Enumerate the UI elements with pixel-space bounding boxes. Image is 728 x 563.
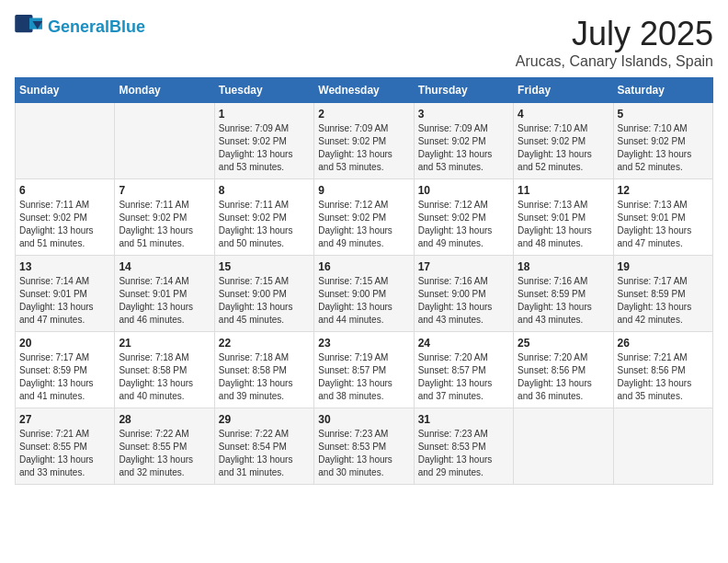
day-number: 29 xyxy=(219,413,310,426)
calendar-cell: 11Sunrise: 7:13 AMSunset: 9:01 PMDayligh… xyxy=(514,179,613,256)
day-info: Sunrise: 7:16 AMSunset: 9:00 PMDaylight:… xyxy=(418,275,509,327)
day-number: 11 xyxy=(518,184,609,197)
day-info: Sunrise: 7:09 AMSunset: 9:02 PMDaylight:… xyxy=(318,122,409,174)
day-number: 3 xyxy=(418,108,509,121)
day-number: 10 xyxy=(418,184,509,197)
calendar-cell xyxy=(514,408,613,485)
day-number: 17 xyxy=(418,260,509,273)
title-block: July 2025 Arucas, Canary Islands, Spain xyxy=(516,15,713,70)
day-info: Sunrise: 7:21 AMSunset: 8:56 PMDaylight:… xyxy=(618,351,709,403)
day-number: 7 xyxy=(119,184,210,197)
calendar-cell: 3Sunrise: 7:09 AMSunset: 9:02 PMDaylight… xyxy=(414,103,513,179)
day-number: 31 xyxy=(418,413,509,426)
calendar-week-4: 20Sunrise: 7:17 AMSunset: 8:59 PMDayligh… xyxy=(16,332,713,408)
day-number: 23 xyxy=(318,337,409,350)
day-number: 18 xyxy=(518,260,609,273)
day-info: Sunrise: 7:20 AMSunset: 8:57 PMDaylight:… xyxy=(418,351,509,403)
calendar-cell: 31Sunrise: 7:23 AMSunset: 8:53 PMDayligh… xyxy=(414,408,513,485)
calendar-cell: 14Sunrise: 7:14 AMSunset: 9:01 PMDayligh… xyxy=(115,256,214,332)
logo-icon xyxy=(15,15,44,40)
calendar-cell: 6Sunrise: 7:11 AMSunset: 9:02 PMDaylight… xyxy=(16,179,115,256)
calendar-cell: 23Sunrise: 7:19 AMSunset: 8:57 PMDayligh… xyxy=(314,332,414,408)
day-info: Sunrise: 7:22 AMSunset: 8:54 PMDaylight:… xyxy=(219,428,310,479)
day-info: Sunrise: 7:23 AMSunset: 8:53 PMDaylight:… xyxy=(418,428,509,479)
day-info: Sunrise: 7:18 AMSunset: 8:58 PMDaylight:… xyxy=(219,351,310,403)
calendar-cell: 2Sunrise: 7:09 AMSunset: 9:02 PMDaylight… xyxy=(314,103,414,179)
day-info: Sunrise: 7:22 AMSunset: 8:55 PMDaylight:… xyxy=(119,428,210,479)
day-info: Sunrise: 7:12 AMSunset: 9:02 PMDaylight:… xyxy=(318,199,409,250)
day-number: 20 xyxy=(19,337,110,350)
header-cell-thursday: Thursday xyxy=(414,78,513,103)
day-info: Sunrise: 7:12 AMSunset: 9:02 PMDaylight:… xyxy=(418,199,509,250)
calendar-cell: 21Sunrise: 7:18 AMSunset: 8:58 PMDayligh… xyxy=(115,332,214,408)
day-info: Sunrise: 7:16 AMSunset: 8:59 PMDaylight:… xyxy=(518,275,609,327)
day-number: 16 xyxy=(318,260,409,273)
header-row: SundayMondayTuesdayWednesdayThursdayFrid… xyxy=(16,78,713,103)
calendar-title: July 2025 xyxy=(516,15,713,53)
day-info: Sunrise: 7:11 AMSunset: 9:02 PMDaylight:… xyxy=(19,199,110,250)
calendar-cell: 13Sunrise: 7:14 AMSunset: 9:01 PMDayligh… xyxy=(16,256,115,332)
calendar-cell xyxy=(613,408,712,485)
day-number: 30 xyxy=(318,413,409,426)
calendar-cell: 9Sunrise: 7:12 AMSunset: 9:02 PMDaylight… xyxy=(314,179,414,256)
day-info: Sunrise: 7:18 AMSunset: 8:58 PMDaylight:… xyxy=(119,351,210,403)
day-info: Sunrise: 7:11 AMSunset: 9:02 PMDaylight:… xyxy=(119,199,210,250)
day-info: Sunrise: 7:11 AMSunset: 9:02 PMDaylight:… xyxy=(219,199,310,250)
day-number: 25 xyxy=(518,337,609,350)
calendar-cell: 12Sunrise: 7:13 AMSunset: 9:01 PMDayligh… xyxy=(613,179,712,256)
day-number: 14 xyxy=(119,260,210,273)
calendar-cell xyxy=(16,103,115,179)
calendar-table: SundayMondayTuesdayWednesdayThursdayFrid… xyxy=(15,77,713,485)
calendar-cell: 5Sunrise: 7:10 AMSunset: 9:02 PMDaylight… xyxy=(613,103,712,179)
calendar-cell: 27Sunrise: 7:21 AMSunset: 8:55 PMDayligh… xyxy=(16,408,115,485)
day-number: 26 xyxy=(618,337,709,350)
day-info: Sunrise: 7:17 AMSunset: 8:59 PMDaylight:… xyxy=(19,351,110,403)
day-number: 1 xyxy=(219,108,310,121)
day-number: 21 xyxy=(119,337,210,350)
calendar-cell: 18Sunrise: 7:16 AMSunset: 8:59 PMDayligh… xyxy=(514,256,613,332)
calendar-cell: 25Sunrise: 7:20 AMSunset: 8:56 PMDayligh… xyxy=(514,332,613,408)
day-number: 13 xyxy=(19,260,110,273)
calendar-cell: 1Sunrise: 7:09 AMSunset: 9:02 PMDaylight… xyxy=(214,103,313,179)
page-header: GeneralBlue July 2025 Arucas, Canary Isl… xyxy=(15,15,713,70)
header-cell-sunday: Sunday xyxy=(16,78,115,103)
calendar-cell: 30Sunrise: 7:23 AMSunset: 8:53 PMDayligh… xyxy=(314,408,414,485)
calendar-cell: 16Sunrise: 7:15 AMSunset: 9:00 PMDayligh… xyxy=(314,256,414,332)
calendar-cell: 28Sunrise: 7:22 AMSunset: 8:55 PMDayligh… xyxy=(115,408,214,485)
day-number: 24 xyxy=(418,337,509,350)
day-number: 15 xyxy=(219,260,310,273)
day-number: 4 xyxy=(518,108,609,121)
day-number: 19 xyxy=(618,260,709,273)
calendar-cell: 15Sunrise: 7:15 AMSunset: 9:00 PMDayligh… xyxy=(214,256,313,332)
day-number: 6 xyxy=(19,184,110,197)
day-info: Sunrise: 7:15 AMSunset: 9:00 PMDaylight:… xyxy=(219,275,310,327)
day-info: Sunrise: 7:20 AMSunset: 8:56 PMDaylight:… xyxy=(518,351,609,403)
day-info: Sunrise: 7:19 AMSunset: 8:57 PMDaylight:… xyxy=(318,351,409,403)
calendar-cell: 19Sunrise: 7:17 AMSunset: 8:59 PMDayligh… xyxy=(613,256,712,332)
day-info: Sunrise: 7:10 AMSunset: 9:02 PMDaylight:… xyxy=(518,122,609,174)
calendar-cell: 4Sunrise: 7:10 AMSunset: 9:02 PMDaylight… xyxy=(514,103,613,179)
day-number: 27 xyxy=(19,413,110,426)
calendar-week-3: 13Sunrise: 7:14 AMSunset: 9:01 PMDayligh… xyxy=(16,256,713,332)
header-cell-tuesday: Tuesday xyxy=(214,78,313,103)
calendar-subtitle: Arucas, Canary Islands, Spain xyxy=(516,53,713,70)
calendar-cell: 22Sunrise: 7:18 AMSunset: 8:58 PMDayligh… xyxy=(214,332,313,408)
calendar-week-1: 1Sunrise: 7:09 AMSunset: 9:02 PMDaylight… xyxy=(16,103,713,179)
calendar-cell xyxy=(115,103,214,179)
calendar-cell: 20Sunrise: 7:17 AMSunset: 8:59 PMDayligh… xyxy=(16,332,115,408)
day-info: Sunrise: 7:09 AMSunset: 9:02 PMDaylight:… xyxy=(418,122,509,174)
day-number: 2 xyxy=(318,108,409,121)
calendar-week-5: 27Sunrise: 7:21 AMSunset: 8:55 PMDayligh… xyxy=(16,408,713,485)
day-info: Sunrise: 7:17 AMSunset: 8:59 PMDaylight:… xyxy=(618,275,709,327)
calendar-cell: 26Sunrise: 7:21 AMSunset: 8:56 PMDayligh… xyxy=(613,332,712,408)
calendar-cell: 24Sunrise: 7:20 AMSunset: 8:57 PMDayligh… xyxy=(414,332,513,408)
day-number: 9 xyxy=(318,184,409,197)
day-info: Sunrise: 7:10 AMSunset: 9:02 PMDaylight:… xyxy=(618,122,709,174)
calendar-week-2: 6Sunrise: 7:11 AMSunset: 9:02 PMDaylight… xyxy=(16,179,713,256)
header-cell-monday: Monday xyxy=(115,78,214,103)
logo: GeneralBlue xyxy=(15,15,145,40)
logo-text-line1: GeneralBlue xyxy=(48,17,145,38)
day-number: 12 xyxy=(618,184,709,197)
day-number: 8 xyxy=(219,184,310,197)
day-number: 22 xyxy=(219,337,310,350)
